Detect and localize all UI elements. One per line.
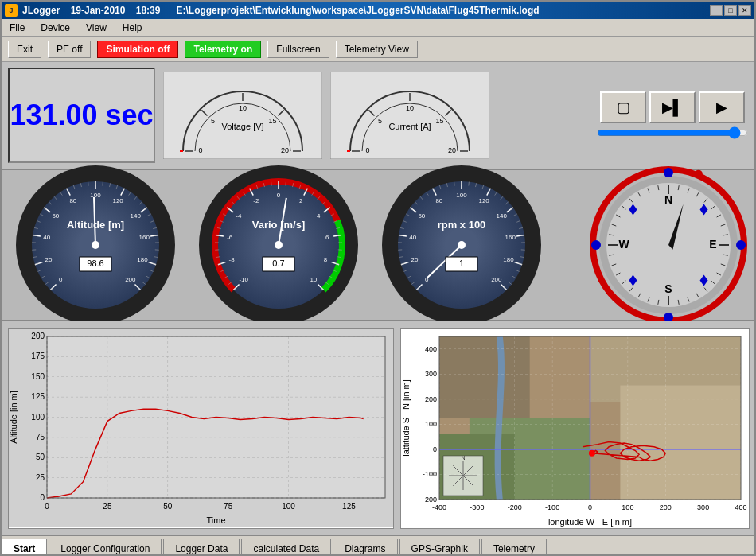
menu-device[interactable]: Device bbox=[36, 21, 75, 35]
gps-chart-canvas bbox=[401, 329, 749, 528]
current-gauge bbox=[330, 72, 489, 159]
toolbar: Exit PE off Simulation off Telemetry on … bbox=[2, 37, 754, 62]
compass-gauge bbox=[589, 165, 748, 325]
menu-help[interactable]: Help bbox=[118, 21, 147, 35]
altitude-gauge-wrapper bbox=[8, 157, 183, 332]
altitude-gauge bbox=[8, 157, 183, 332]
vario-gauge-wrapper bbox=[191, 157, 366, 332]
app-date: 19-Jan-2010 bbox=[71, 5, 126, 16]
voltage-gauge bbox=[163, 72, 322, 159]
tab-logger-config[interactable]: Logger Configuration bbox=[49, 539, 162, 556]
stop-button[interactable]: ▢ bbox=[600, 91, 646, 123]
play-button[interactable]: ▶ bbox=[699, 91, 745, 123]
app-time: 18:39 bbox=[136, 5, 161, 16]
timer-display: 131.00 sec bbox=[8, 68, 155, 163]
step-forward-button[interactable]: ▶▌ bbox=[649, 91, 696, 123]
title-bar-text: JLogger 19-Jan-2010 18:39 E:\Loggerproje… bbox=[22, 5, 540, 16]
tab-logger-data[interactable]: Logger Data bbox=[163, 539, 240, 556]
gauges-row bbox=[2, 170, 754, 321]
voltage-gauge-container bbox=[163, 72, 322, 159]
simulation-off-button[interactable]: Simulation off bbox=[97, 41, 178, 58]
compass-wrapper bbox=[589, 165, 748, 325]
tab-calculated-data[interactable]: calculated Data bbox=[241, 539, 331, 556]
rpm-gauge-wrapper bbox=[374, 157, 549, 332]
telemetry-view-button[interactable]: Telemetry View bbox=[336, 41, 418, 58]
altitude-chart bbox=[8, 328, 394, 529]
minimize-button[interactable]: _ bbox=[710, 5, 723, 16]
app-path: E:\Loggerprojekt\Entwicklung\workspace\J… bbox=[176, 5, 539, 16]
title-bar-left: J JLogger 19-Jan-2010 18:39 E:\Loggerpro… bbox=[5, 4, 540, 17]
close-button[interactable]: ✕ bbox=[738, 5, 751, 16]
charts-area bbox=[2, 321, 754, 535]
playback-buttons: ▢ ▶▌ ▶ bbox=[600, 91, 745, 123]
tab-gps-graphik[interactable]: GPS-Graphik bbox=[399, 539, 480, 556]
vario-gauge bbox=[191, 157, 366, 332]
gps-chart bbox=[400, 328, 750, 529]
menu-view[interactable]: View bbox=[81, 21, 111, 35]
title-bar: J JLogger 19-Jan-2010 18:39 E:\Loggerpro… bbox=[2, 2, 754, 19]
app-icon: J bbox=[5, 4, 18, 17]
fullscreen-button[interactable]: Fullscreen bbox=[267, 41, 329, 58]
menu-file[interactable]: File bbox=[5, 21, 29, 35]
altitude-chart-canvas bbox=[9, 329, 393, 527]
app-name: JLogger bbox=[22, 5, 60, 16]
playback-controls: ▢ ▶▌ ▶ bbox=[597, 91, 748, 139]
current-gauge-container bbox=[330, 72, 489, 159]
tab-start[interactable]: Start bbox=[2, 539, 47, 556]
top-panel: 131.00 sec ▢ ▶▌ ▶ bbox=[2, 62, 754, 170]
bottom-tabs: Start Logger Configuration Logger Data c… bbox=[2, 535, 754, 556]
title-bar-controls: _ □ ✕ bbox=[710, 5, 751, 16]
pe-off-button[interactable]: PE off bbox=[48, 41, 91, 58]
telemetry-on-button[interactable]: Telemetry on bbox=[185, 41, 261, 58]
exit-button[interactable]: Exit bbox=[8, 41, 41, 58]
maximize-button[interactable]: □ bbox=[724, 5, 737, 16]
rpm-gauge bbox=[374, 157, 549, 332]
menu-bar: File Device View Help bbox=[2, 19, 754, 37]
playback-slider[interactable] bbox=[597, 126, 748, 139]
main-content: 131.00 sec ▢ ▶▌ ▶ bbox=[2, 62, 754, 535]
timer-value: 131.00 sec bbox=[10, 99, 153, 132]
tab-diagrams[interactable]: Diagrams bbox=[333, 539, 397, 556]
tab-telemetry[interactable]: Telemetry bbox=[481, 539, 547, 556]
